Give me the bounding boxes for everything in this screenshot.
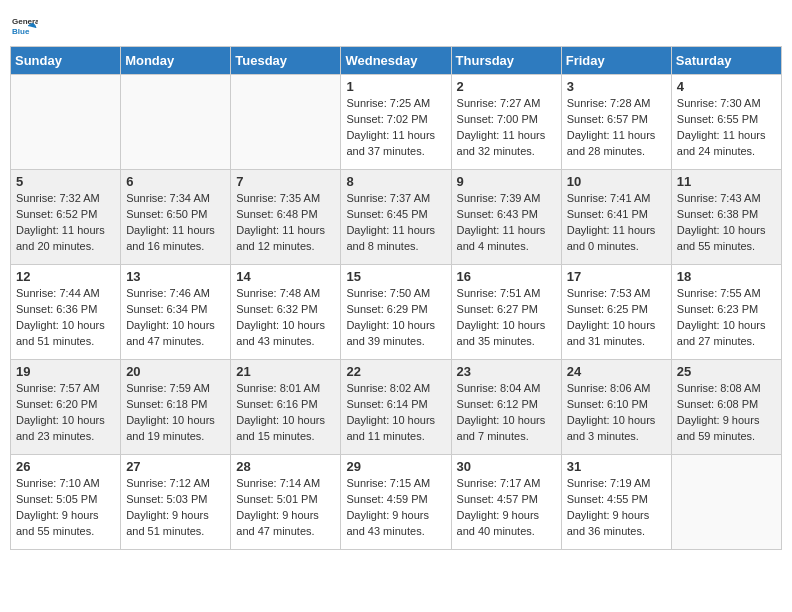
calendar-cell: 18Sunrise: 7:55 AM Sunset: 6:23 PM Dayli… — [671, 265, 781, 360]
calendar-week-row: 12Sunrise: 7:44 AM Sunset: 6:36 PM Dayli… — [11, 265, 782, 360]
calendar-cell: 27Sunrise: 7:12 AM Sunset: 5:03 PM Dayli… — [121, 455, 231, 550]
day-number: 26 — [16, 459, 115, 474]
day-number: 27 — [126, 459, 225, 474]
calendar-table: SundayMondayTuesdayWednesdayThursdayFrid… — [10, 46, 782, 550]
calendar-cell: 17Sunrise: 7:53 AM Sunset: 6:25 PM Dayli… — [561, 265, 671, 360]
calendar-cell: 29Sunrise: 7:15 AM Sunset: 4:59 PM Dayli… — [341, 455, 451, 550]
calendar-cell: 13Sunrise: 7:46 AM Sunset: 6:34 PM Dayli… — [121, 265, 231, 360]
day-number: 6 — [126, 174, 225, 189]
day-number: 19 — [16, 364, 115, 379]
day-info: Sunrise: 7:59 AM Sunset: 6:18 PM Dayligh… — [126, 381, 225, 445]
day-info: Sunrise: 7:35 AM Sunset: 6:48 PM Dayligh… — [236, 191, 335, 255]
page: General Blue SundayMondayTuesdayWednesda… — [10, 10, 782, 550]
day-info: Sunrise: 7:41 AM Sunset: 6:41 PM Dayligh… — [567, 191, 666, 255]
weekday-header-sunday: Sunday — [11, 47, 121, 75]
calendar-cell — [671, 455, 781, 550]
day-info: Sunrise: 7:27 AM Sunset: 7:00 PM Dayligh… — [457, 96, 556, 160]
day-number: 5 — [16, 174, 115, 189]
day-number: 23 — [457, 364, 556, 379]
weekday-header-thursday: Thursday — [451, 47, 561, 75]
day-info: Sunrise: 7:48 AM Sunset: 6:32 PM Dayligh… — [236, 286, 335, 350]
calendar-cell: 5Sunrise: 7:32 AM Sunset: 6:52 PM Daylig… — [11, 170, 121, 265]
weekday-header-wednesday: Wednesday — [341, 47, 451, 75]
day-number: 30 — [457, 459, 556, 474]
calendar-cell: 23Sunrise: 8:04 AM Sunset: 6:12 PM Dayli… — [451, 360, 561, 455]
day-number: 24 — [567, 364, 666, 379]
weekday-header-saturday: Saturday — [671, 47, 781, 75]
calendar-cell: 8Sunrise: 7:37 AM Sunset: 6:45 PM Daylig… — [341, 170, 451, 265]
day-number: 15 — [346, 269, 445, 284]
day-info: Sunrise: 7:46 AM Sunset: 6:34 PM Dayligh… — [126, 286, 225, 350]
day-number: 20 — [126, 364, 225, 379]
day-info: Sunrise: 8:08 AM Sunset: 6:08 PM Dayligh… — [677, 381, 776, 445]
weekday-header-friday: Friday — [561, 47, 671, 75]
day-info: Sunrise: 8:04 AM Sunset: 6:12 PM Dayligh… — [457, 381, 556, 445]
calendar-week-row: 26Sunrise: 7:10 AM Sunset: 5:05 PM Dayli… — [11, 455, 782, 550]
calendar-cell: 1Sunrise: 7:25 AM Sunset: 7:02 PM Daylig… — [341, 75, 451, 170]
calendar-cell: 7Sunrise: 7:35 AM Sunset: 6:48 PM Daylig… — [231, 170, 341, 265]
day-info: Sunrise: 7:39 AM Sunset: 6:43 PM Dayligh… — [457, 191, 556, 255]
calendar-cell: 31Sunrise: 7:19 AM Sunset: 4:55 PM Dayli… — [561, 455, 671, 550]
day-info: Sunrise: 7:43 AM Sunset: 6:38 PM Dayligh… — [677, 191, 776, 255]
day-number: 13 — [126, 269, 225, 284]
logo-icon: General Blue — [10, 10, 38, 38]
day-number: 17 — [567, 269, 666, 284]
calendar-cell: 24Sunrise: 8:06 AM Sunset: 6:10 PM Dayli… — [561, 360, 671, 455]
day-info: Sunrise: 7:57 AM Sunset: 6:20 PM Dayligh… — [16, 381, 115, 445]
calendar-cell: 30Sunrise: 7:17 AM Sunset: 4:57 PM Dayli… — [451, 455, 561, 550]
calendar-cell: 16Sunrise: 7:51 AM Sunset: 6:27 PM Dayli… — [451, 265, 561, 360]
day-info: Sunrise: 7:53 AM Sunset: 6:25 PM Dayligh… — [567, 286, 666, 350]
calendar-cell: 11Sunrise: 7:43 AM Sunset: 6:38 PM Dayli… — [671, 170, 781, 265]
calendar-cell: 6Sunrise: 7:34 AM Sunset: 6:50 PM Daylig… — [121, 170, 231, 265]
day-number: 10 — [567, 174, 666, 189]
day-info: Sunrise: 7:28 AM Sunset: 6:57 PM Dayligh… — [567, 96, 666, 160]
day-info: Sunrise: 8:06 AM Sunset: 6:10 PM Dayligh… — [567, 381, 666, 445]
weekday-header-row: SundayMondayTuesdayWednesdayThursdayFrid… — [11, 47, 782, 75]
day-number: 31 — [567, 459, 666, 474]
calendar-cell — [231, 75, 341, 170]
day-info: Sunrise: 7:14 AM Sunset: 5:01 PM Dayligh… — [236, 476, 335, 540]
calendar-cell: 19Sunrise: 7:57 AM Sunset: 6:20 PM Dayli… — [11, 360, 121, 455]
day-info: Sunrise: 7:15 AM Sunset: 4:59 PM Dayligh… — [346, 476, 445, 540]
day-number: 16 — [457, 269, 556, 284]
day-info: Sunrise: 7:30 AM Sunset: 6:55 PM Dayligh… — [677, 96, 776, 160]
day-info: Sunrise: 7:10 AM Sunset: 5:05 PM Dayligh… — [16, 476, 115, 540]
calendar-cell: 15Sunrise: 7:50 AM Sunset: 6:29 PM Dayli… — [341, 265, 451, 360]
calendar-cell: 2Sunrise: 7:27 AM Sunset: 7:00 PM Daylig… — [451, 75, 561, 170]
day-info: Sunrise: 7:25 AM Sunset: 7:02 PM Dayligh… — [346, 96, 445, 160]
day-number: 8 — [346, 174, 445, 189]
day-number: 21 — [236, 364, 335, 379]
day-number: 7 — [236, 174, 335, 189]
day-info: Sunrise: 7:55 AM Sunset: 6:23 PM Dayligh… — [677, 286, 776, 350]
calendar-week-row: 5Sunrise: 7:32 AM Sunset: 6:52 PM Daylig… — [11, 170, 782, 265]
calendar-week-row: 19Sunrise: 7:57 AM Sunset: 6:20 PM Dayli… — [11, 360, 782, 455]
day-number: 29 — [346, 459, 445, 474]
day-number: 11 — [677, 174, 776, 189]
day-info: Sunrise: 7:17 AM Sunset: 4:57 PM Dayligh… — [457, 476, 556, 540]
day-info: Sunrise: 7:44 AM Sunset: 6:36 PM Dayligh… — [16, 286, 115, 350]
calendar-cell: 12Sunrise: 7:44 AM Sunset: 6:36 PM Dayli… — [11, 265, 121, 360]
day-info: Sunrise: 8:02 AM Sunset: 6:14 PM Dayligh… — [346, 381, 445, 445]
day-info: Sunrise: 7:19 AM Sunset: 4:55 PM Dayligh… — [567, 476, 666, 540]
calendar-cell: 9Sunrise: 7:39 AM Sunset: 6:43 PM Daylig… — [451, 170, 561, 265]
calendar-week-row: 1Sunrise: 7:25 AM Sunset: 7:02 PM Daylig… — [11, 75, 782, 170]
day-info: Sunrise: 7:50 AM Sunset: 6:29 PM Dayligh… — [346, 286, 445, 350]
day-info: Sunrise: 7:12 AM Sunset: 5:03 PM Dayligh… — [126, 476, 225, 540]
calendar-cell: 25Sunrise: 8:08 AM Sunset: 6:08 PM Dayli… — [671, 360, 781, 455]
day-number: 28 — [236, 459, 335, 474]
weekday-header-monday: Monday — [121, 47, 231, 75]
day-info: Sunrise: 7:51 AM Sunset: 6:27 PM Dayligh… — [457, 286, 556, 350]
calendar-cell — [11, 75, 121, 170]
day-number: 4 — [677, 79, 776, 94]
logo: General Blue — [10, 10, 42, 38]
day-info: Sunrise: 7:37 AM Sunset: 6:45 PM Dayligh… — [346, 191, 445, 255]
calendar-cell — [121, 75, 231, 170]
day-number: 14 — [236, 269, 335, 284]
calendar-cell: 4Sunrise: 7:30 AM Sunset: 6:55 PM Daylig… — [671, 75, 781, 170]
calendar-cell: 22Sunrise: 8:02 AM Sunset: 6:14 PM Dayli… — [341, 360, 451, 455]
header: General Blue — [10, 10, 782, 38]
calendar-cell: 20Sunrise: 7:59 AM Sunset: 6:18 PM Dayli… — [121, 360, 231, 455]
day-number: 2 — [457, 79, 556, 94]
day-number: 1 — [346, 79, 445, 94]
calendar-cell: 28Sunrise: 7:14 AM Sunset: 5:01 PM Dayli… — [231, 455, 341, 550]
